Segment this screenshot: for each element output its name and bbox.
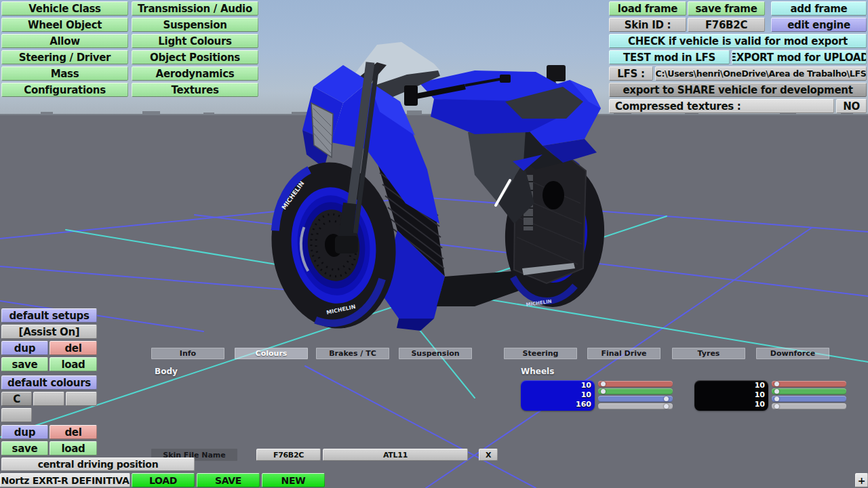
slider-shine[interactable] bbox=[598, 403, 673, 409]
colour-del-button[interactable]: del bbox=[50, 425, 97, 439]
wheel-colour-swatch-1[interactable]: 10 10 160 bbox=[521, 380, 595, 411]
tab-downforce[interactable]: Downforce bbox=[756, 348, 829, 359]
menu-steering-driver[interactable]: Steering / Driver bbox=[1, 50, 128, 64]
slider-blue[interactable] bbox=[772, 396, 846, 402]
lfs-label: LFS : bbox=[609, 66, 653, 81]
menu-textures[interactable]: Textures bbox=[132, 83, 258, 97]
tab-suspension[interactable]: Suspension bbox=[399, 348, 472, 359]
test-mod-button[interactable]: TEST mod in LFS bbox=[609, 50, 730, 64]
slider-blue[interactable] bbox=[598, 396, 673, 402]
load-vehicle-button[interactable]: LOAD bbox=[132, 473, 195, 487]
slider-shine[interactable] bbox=[772, 403, 846, 409]
top-left-menu: Vehicle Class Transmission / Audio Wheel… bbox=[1, 1, 258, 98]
new-vehicle-button[interactable]: NEW bbox=[262, 473, 325, 487]
slider-green[interactable] bbox=[598, 388, 673, 394]
skin-clear-button[interactable]: X bbox=[479, 449, 498, 461]
menu-mass[interactable]: Mass bbox=[1, 66, 128, 81]
swatch2-value-b: 10 bbox=[724, 400, 765, 409]
motorcycle: MICHELIN MICHELIN bbox=[262, 42, 608, 336]
colour-load-button[interactable]: load bbox=[50, 441, 97, 455]
slider-green-knob[interactable] bbox=[774, 389, 779, 394]
expand-button[interactable]: + bbox=[855, 473, 868, 487]
swatch1-value-b: 160 bbox=[551, 400, 591, 409]
default-colours-button[interactable]: default colours bbox=[1, 375, 97, 390]
vehicle-name-field[interactable]: Nortz EXRT-R DEFINITIVA bbox=[0, 473, 130, 487]
slider-red-knob[interactable] bbox=[774, 382, 779, 386]
wheel-colour-swatch-2[interactable]: 10 10 10 bbox=[694, 380, 768, 411]
slider-green-knob[interactable] bbox=[601, 389, 606, 394]
slider-blue-knob[interactable] bbox=[774, 396, 779, 401]
colour-slot-2-button[interactable] bbox=[33, 392, 64, 406]
slider-green[interactable] bbox=[772, 388, 846, 394]
default-setups-button[interactable]: default setups bbox=[1, 308, 97, 323]
skin-id-field[interactable]: F76B2C bbox=[256, 449, 321, 461]
slider-red-knob[interactable] bbox=[601, 382, 606, 386]
slider-red[interactable] bbox=[598, 381, 673, 387]
load-frame-button[interactable]: load frame bbox=[609, 1, 686, 16]
swatch1-value-g: 10 bbox=[551, 390, 591, 400]
skin-id-value[interactable]: F76B2C bbox=[688, 18, 765, 32]
slider-red[interactable] bbox=[772, 381, 846, 387]
menu-configurations[interactable]: Configurations bbox=[1, 83, 128, 97]
tab-info[interactable]: Info bbox=[151, 348, 224, 359]
menu-object-positions[interactable]: Object Positions bbox=[132, 50, 258, 64]
lfs-path[interactable]: C:\Users\henri\OneDrive\Area de Trabalho… bbox=[655, 66, 867, 81]
setup-del-button[interactable]: del bbox=[50, 341, 97, 355]
compressed-textures-toggle[interactable]: NO bbox=[836, 99, 867, 113]
skin-name-field[interactable]: ATL11 bbox=[323, 449, 468, 461]
assist-toggle[interactable]: [Assist On] bbox=[1, 325, 97, 339]
tab-final-drive[interactable]: Final Drive bbox=[587, 348, 660, 359]
swatch2-value-r: 10 bbox=[724, 381, 765, 390]
colour-slot-c-button[interactable]: C bbox=[1, 392, 32, 406]
menu-aerodynamics[interactable]: Aerodynamics bbox=[132, 66, 258, 81]
compressed-textures-label: Compressed textures : bbox=[609, 99, 834, 113]
slider-shine-knob[interactable] bbox=[774, 404, 779, 409]
menu-wheel-object[interactable]: Wheel Object bbox=[1, 18, 128, 32]
setup-load-button[interactable]: load bbox=[50, 357, 97, 371]
slider-blue-knob[interactable] bbox=[664, 396, 669, 401]
menu-suspension[interactable]: Suspension bbox=[132, 18, 258, 32]
wheels-section-label: Wheels bbox=[521, 367, 554, 376]
save-vehicle-button[interactable]: SAVE bbox=[197, 473, 260, 487]
setup-dup-button[interactable]: dup bbox=[1, 341, 48, 355]
swatch1-value-r: 10 bbox=[551, 381, 591, 390]
tab-brakes-tc[interactable]: Brakes / TC bbox=[316, 348, 389, 359]
save-frame-button[interactable]: save frame bbox=[688, 1, 765, 16]
menu-allow[interactable]: Allow bbox=[1, 34, 128, 48]
colour-dup-button[interactable]: dup bbox=[1, 425, 48, 439]
edit-engine-button[interactable]: edit engine bbox=[771, 18, 867, 32]
tab-colours[interactable]: Colours bbox=[235, 348, 308, 359]
colour-save-button[interactable]: save bbox=[1, 441, 48, 455]
setup-save-button[interactable]: save bbox=[1, 357, 48, 371]
slider-shine-knob[interactable] bbox=[664, 404, 669, 409]
wheel-colour-sliders-2 bbox=[772, 381, 846, 411]
central-driving-position-button[interactable]: central driving position bbox=[1, 458, 195, 471]
export-share-button[interactable]: export to SHARE vehicle for development bbox=[609, 83, 867, 97]
check-valid-button[interactable]: CHECK if vehicle is valid for mod export bbox=[609, 34, 867, 48]
skin-id-label: Skin ID : bbox=[609, 18, 686, 32]
tab-tyres[interactable]: Tyres bbox=[672, 348, 745, 359]
add-frame-button[interactable]: add frame bbox=[771, 1, 867, 16]
menu-transmission-audio[interactable]: Transmission / Audio bbox=[132, 1, 258, 16]
wheel-colour-sliders-1 bbox=[598, 381, 673, 411]
menu-light-colours[interactable]: Light Colours bbox=[132, 34, 258, 48]
body-section-label: Body bbox=[155, 367, 178, 376]
colour-slot-4-button[interactable] bbox=[1, 408, 32, 422]
swatch2-value-g: 10 bbox=[724, 390, 765, 400]
tab-steering[interactable]: Steering bbox=[504, 348, 577, 359]
menu-vehicle-class[interactable]: Vehicle Class bbox=[1, 1, 128, 16]
colour-slot-3-button[interactable] bbox=[66, 392, 97, 406]
export-mod-button[interactable]: EXPORT mod for UPLOAD bbox=[732, 50, 867, 64]
